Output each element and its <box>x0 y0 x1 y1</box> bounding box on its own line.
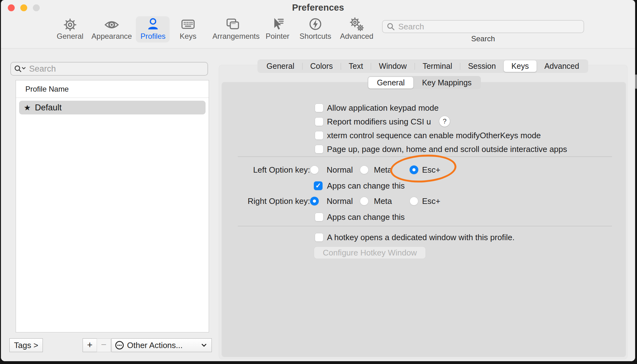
right-option-key-label: Right Option key: <box>216 196 310 206</box>
chevron-down-icon <box>201 343 207 347</box>
profile-search-input[interactable] <box>29 64 204 74</box>
toolbar-item-advanced[interactable]: Advanced <box>336 15 377 42</box>
checkbox-label: Apps can change this <box>327 181 405 191</box>
toolbar-item-label: General <box>50 32 90 41</box>
checkbox-keypad-mode[interactable] <box>315 104 324 112</box>
radio-left-normal[interactable] <box>310 165 319 174</box>
profile-row-default[interactable]: ★ Default <box>19 101 206 114</box>
tab-colors[interactable]: Colors <box>303 60 341 72</box>
radio-left-esc[interactable] <box>410 165 418 174</box>
radio-label: Meta <box>374 165 392 175</box>
gear-icon <box>50 15 90 31</box>
profile-list: Profile Name ★ Default <box>16 80 209 332</box>
toolbar-item-appearance[interactable]: Appearance <box>91 15 132 42</box>
toolbar-item-label: Advanced <box>336 32 377 41</box>
cursor-icon <box>257 15 298 31</box>
toolbar-item-label: Pointer <box>257 32 298 41</box>
checkbox-modify-other-keys[interactable] <box>315 131 324 140</box>
section-divider <box>238 156 612 157</box>
preferences-window: Preferences General Appearance <box>1 0 635 361</box>
toolbar-item-label: Profiles <box>133 32 173 41</box>
radio-left-meta[interactable] <box>360 165 369 174</box>
toolbar-item-label: Shortcuts <box>295 32 336 41</box>
checkbox-label: Page up, page down, home and end scroll … <box>327 144 567 154</box>
windows-icon <box>212 15 253 31</box>
tags-button[interactable]: Tags > <box>9 338 43 352</box>
scrollbar-thumb[interactable] <box>635 74 637 89</box>
checkbox-csi-u[interactable] <box>315 117 324 126</box>
tab-session[interactable]: Session <box>460 60 504 72</box>
star-icon: ★ <box>24 103 31 112</box>
tab-terminal[interactable]: Terminal <box>415 60 460 72</box>
left-option-key-label: Left Option key: <box>216 165 310 175</box>
toolbar-search-label: Search <box>382 34 584 43</box>
remove-profile-button[interactable]: − <box>97 338 111 352</box>
toolbar-item-general[interactable]: General <box>50 15 90 42</box>
radio-label: Normal <box>327 196 353 206</box>
help-button[interactable]: ? <box>439 116 450 127</box>
toolbar-item-label: Appearance <box>91 32 132 41</box>
profile-tab-bar: General Colors Text Window Terminal Sess… <box>257 59 588 73</box>
radio-label: Meta <box>374 196 392 206</box>
lightning-icon <box>295 15 336 31</box>
window-title: Preferences <box>1 3 635 13</box>
checkbox-label: xterm control sequence can enable modify… <box>327 130 541 140</box>
tab-window[interactable]: Window <box>371 60 415 72</box>
tab-keys[interactable]: Keys <box>504 60 537 72</box>
tab-text[interactable]: Text <box>341 60 371 72</box>
toolbar-item-label: Arrangements <box>212 32 253 41</box>
subtab-key-mappings[interactable]: Key Mappings <box>413 77 480 88</box>
toolbar-item-profiles[interactable]: Profiles <box>133 15 173 42</box>
tab-general[interactable]: General <box>259 60 302 72</box>
profile-list-header: Profile Name <box>16 80 209 98</box>
subtab-general[interactable]: General <box>368 77 413 88</box>
profile-name: Default <box>35 103 62 113</box>
radio-label: Esc+ <box>422 196 441 206</box>
radio-label: Normal <box>327 165 353 175</box>
profile-search-field[interactable] <box>10 62 208 76</box>
search-icon <box>386 22 395 31</box>
other-actions-label: Other Actions... <box>127 341 201 350</box>
keys-subtab-bar: General Key Mappings <box>368 76 481 89</box>
checkbox-label: Apps can change this <box>327 212 405 222</box>
configure-hotkey-window-button: Configure Hotkey Window <box>314 246 426 259</box>
toolbar-search-input[interactable] <box>398 22 580 32</box>
eye-icon <box>91 15 132 31</box>
keyboard-icon <box>168 15 208 31</box>
toolbar-item-arrangements[interactable]: Arrangements <box>212 15 253 42</box>
checkbox-right-apps-can-change[interactable] <box>315 213 324 221</box>
checkbox-label: Allow application keypad mode <box>327 103 439 113</box>
tab-advanced[interactable]: Advanced <box>537 60 587 72</box>
checkbox-label: A hotkey opens a dedicated window with t… <box>327 232 515 242</box>
scoped-search-icon <box>14 64 27 73</box>
radio-right-esc[interactable] <box>410 197 418 205</box>
checkbox-label: Report modifiers using CSI u <box>327 117 431 127</box>
gears-icon <box>336 15 377 31</box>
checkbox-scroll-outside-apps[interactable] <box>315 145 324 154</box>
toolbar-item-pointer[interactable]: Pointer <box>257 15 298 42</box>
checkbox-hotkey-window[interactable] <box>315 233 324 242</box>
toolbar-item-keys[interactable]: Keys <box>168 15 208 42</box>
section-divider <box>238 226 612 226</box>
radio-right-meta[interactable] <box>360 197 369 205</box>
toolbar-item-label: Keys <box>168 32 208 41</box>
toolbar-item-shortcuts[interactable]: Shortcuts <box>295 15 336 42</box>
radio-label: Esc+ <box>422 165 441 175</box>
radio-right-normal[interactable] <box>310 197 319 205</box>
other-actions-dropdown[interactable]: Other Actions... <box>111 338 212 352</box>
ellipsis-circle-icon <box>115 341 124 350</box>
checkbox-left-apps-can-change[interactable]: ✓ <box>314 181 323 190</box>
person-icon <box>133 15 173 31</box>
toolbar-search-field[interactable] <box>382 20 584 33</box>
add-profile-button[interactable]: + <box>83 338 97 352</box>
